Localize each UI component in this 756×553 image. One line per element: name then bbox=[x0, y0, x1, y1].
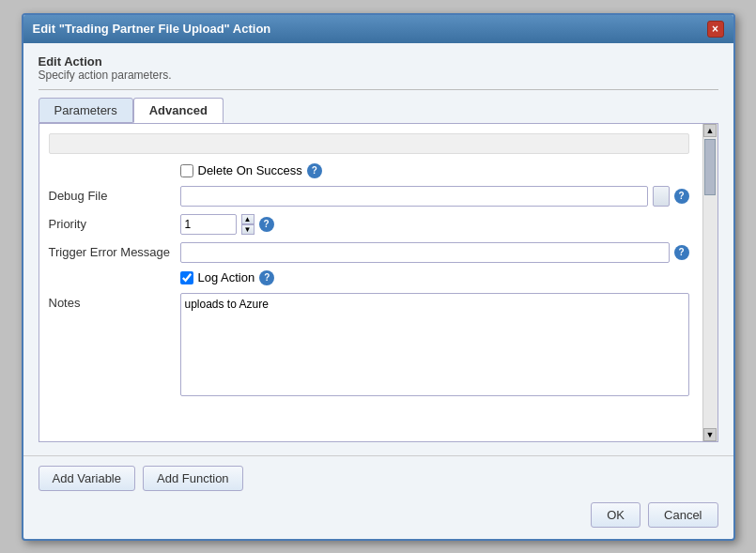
notes-row: Notes uploads to Azure bbox=[49, 293, 689, 399]
log-action-help-icon[interactable]: ? bbox=[259, 270, 274, 285]
priority-control: ▲ ▼ ? bbox=[180, 214, 689, 235]
trigger-error-input[interactable] bbox=[180, 242, 670, 263]
edit-action-dialog: Edit "Trading Partner File Upload" Actio… bbox=[22, 13, 735, 541]
priority-up-button[interactable]: ▲ bbox=[241, 214, 255, 224]
trigger-error-control: ? bbox=[180, 242, 689, 263]
partial-content-row bbox=[49, 133, 689, 154]
log-action-label[interactable]: Log Action bbox=[180, 270, 255, 284]
tab-parameters[interactable]: Parameters bbox=[39, 98, 133, 123]
log-action-control: Log Action ? bbox=[180, 270, 689, 285]
log-action-row: Log Action ? bbox=[49, 270, 689, 285]
delete-on-success-control: Delete On Success ? bbox=[180, 163, 689, 178]
scrollbar-track: ▲ ▼ bbox=[702, 124, 717, 441]
section-subtitle: Specify action parameters. bbox=[39, 69, 718, 82]
action-buttons-row: Add Variable Add Function bbox=[23, 455, 733, 497]
notes-label: Notes bbox=[49, 293, 180, 399]
section-title: Edit Action bbox=[39, 54, 718, 69]
dialog-body: Edit Action Specify action parameters. P… bbox=[23, 43, 733, 450]
ok-button[interactable]: OK bbox=[591, 502, 640, 528]
tab-advanced[interactable]: Advanced bbox=[133, 98, 224, 123]
priority-spinner: ▲ ▼ bbox=[241, 214, 255, 235]
content-inner: Delete On Success ? Debug File ? bbox=[49, 133, 708, 399]
debug-file-input[interactable] bbox=[180, 186, 648, 207]
scrollbar-down-button[interactable]: ▼ bbox=[703, 428, 717, 441]
dialog-footer: OK Cancel bbox=[23, 497, 733, 539]
add-function-button[interactable]: Add Function bbox=[143, 466, 243, 491]
trigger-error-label: Trigger Error Message bbox=[49, 245, 180, 259]
tabs-container: Parameters Advanced bbox=[39, 98, 718, 123]
debug-file-label: Debug File bbox=[49, 189, 180, 203]
close-button[interactable]: × bbox=[707, 21, 724, 38]
scrollbar-thumb[interactable] bbox=[704, 139, 716, 195]
delete-on-success-label[interactable]: Delete On Success bbox=[180, 163, 302, 177]
notes-textarea[interactable]: uploads to Azure bbox=[180, 293, 689, 396]
notes-control: uploads to Azure bbox=[180, 293, 689, 399]
delete-on-success-help-icon[interactable]: ? bbox=[307, 163, 322, 178]
debug-file-row: Debug File ? bbox=[49, 186, 689, 207]
tab-content-area: Delete On Success ? Debug File ? bbox=[39, 123, 718, 442]
log-action-checkbox[interactable] bbox=[180, 271, 193, 284]
browse-button[interactable] bbox=[653, 186, 670, 207]
divider bbox=[39, 89, 718, 90]
trigger-error-help-icon[interactable]: ? bbox=[674, 245, 689, 260]
priority-row: Priority ▲ ▼ ? bbox=[49, 214, 689, 235]
dialog-titlebar: Edit "Trading Partner File Upload" Actio… bbox=[23, 15, 733, 43]
priority-label: Priority bbox=[49, 217, 180, 231]
delete-on-success-row: Delete On Success ? bbox=[49, 163, 689, 178]
priority-down-button[interactable]: ▼ bbox=[241, 224, 255, 235]
delete-on-success-checkbox[interactable] bbox=[180, 164, 193, 177]
section-header: Edit Action Specify action parameters. bbox=[39, 54, 718, 82]
cancel-button[interactable]: Cancel bbox=[648, 502, 717, 528]
debug-file-help-icon[interactable]: ? bbox=[674, 189, 689, 204]
add-variable-button[interactable]: Add Variable bbox=[39, 466, 135, 491]
debug-file-control: ? bbox=[180, 186, 689, 207]
priority-input[interactable] bbox=[180, 214, 237, 235]
priority-help-icon[interactable]: ? bbox=[259, 217, 274, 232]
trigger-error-row: Trigger Error Message ? bbox=[49, 242, 689, 263]
dialog-title: Edit "Trading Partner File Upload" Actio… bbox=[33, 22, 271, 36]
scrollbar-up-button[interactable]: ▲ bbox=[703, 124, 717, 137]
